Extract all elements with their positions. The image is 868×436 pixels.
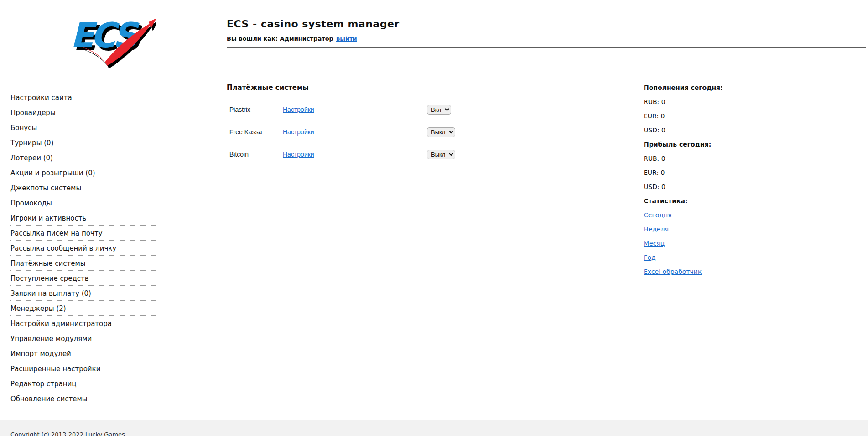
header-divider [227, 47, 866, 48]
sidebar-item-system-update[interactable]: Обновление системы [10, 391, 160, 406]
deposits-today-heading: Пополнения сегодня: [644, 84, 835, 92]
sidebar-item-module-import[interactable]: Импорт модулей [10, 346, 160, 361]
stats-link-month[interactable]: Месяц [644, 240, 665, 247]
sidebar-item-payment-systems[interactable]: Платёжные системы [10, 256, 160, 271]
payment-state-select[interactable]: Выкл [427, 127, 455, 137]
sidebar: Настройки сайта Провайдеры Бонусы Турнир… [10, 90, 160, 406]
logout-link[interactable]: выйти [336, 35, 357, 42]
svg-text:ECS: ECS [70, 15, 140, 56]
stats-link-today[interactable]: Сегодня [644, 211, 672, 219]
stats-link-excel-processor[interactable]: Excel обработчик [644, 268, 702, 276]
profit-today-heading: Прибыль сегодня: [644, 141, 835, 148]
ecs-logo-image: ECS ECS [63, 6, 156, 69]
stats-panel: Пополнения сегодня: RUB: 0 EUR: 0 USD: 0… [644, 84, 835, 282]
sidebar-item-pm-mailing[interactable]: Рассылка сообщений в личку [10, 241, 160, 256]
sidebar-item-tournaments[interactable]: Турниры (0) [10, 135, 160, 150]
sidebar-item-promocodes[interactable]: Промокоды [10, 195, 160, 210]
sidebar-item-managers[interactable]: Менеджеры (2) [10, 301, 160, 316]
profit-eur-value: EUR: 0 [644, 169, 835, 177]
payment-state-select[interactable]: Вкл [427, 105, 451, 115]
statistics-heading: Статистика: [644, 197, 835, 205]
sidebar-content-divider [218, 79, 218, 406]
sidebar-item-email-mailing[interactable]: Рассылка писем на почту [10, 226, 160, 241]
sidebar-item-bonuses[interactable]: Бонусы [10, 120, 160, 135]
stats-link-year[interactable]: Год [644, 254, 656, 262]
deposits-eur-value: EUR: 0 [644, 112, 835, 120]
sidebar-item-site-settings[interactable]: Настройки сайта [10, 90, 160, 105]
page-title: ECS - casino system manager [227, 18, 400, 30]
sidebar-item-admin-settings[interactable]: Настройки администратора [10, 316, 160, 331]
sidebar-item-module-management[interactable]: Управление модулями [10, 331, 160, 346]
sidebar-item-players-activity[interactable]: Игроки и активность [10, 210, 160, 226]
sidebar-item-lotteries[interactable]: Лотереи (0) [10, 150, 160, 165]
logged-in-status: Вы вошли как: Администраторвыйти [227, 35, 357, 42]
sidebar-item-page-editor[interactable]: Редактор страниц [10, 376, 160, 391]
payment-systems-panel: Платёжные системы Piastrix Настройки Вкл… [227, 84, 619, 159]
payment-settings-link[interactable]: Настройки [283, 151, 427, 158]
payment-row-bitcoin: Bitcoin Настройки Выкл [227, 149, 619, 159]
sidebar-item-jackpots[interactable]: Джекпоты системы [10, 180, 160, 195]
profit-rub-value: RUB: 0 [644, 155, 835, 163]
logged-in-as-text: Вы вошли как: Администратор [227, 35, 333, 42]
sidebar-item-payout-requests[interactable]: Заявки на выплату (0) [10, 286, 160, 301]
payment-name: Piastrix [229, 106, 283, 113]
profit-usd-value: USD: 0 [644, 183, 835, 191]
sidebar-item-advanced-settings[interactable]: Расширенные настройки [10, 361, 160, 376]
content-stats-divider [634, 79, 634, 406]
payment-settings-link[interactable]: Настройки [283, 128, 427, 136]
payment-settings-link[interactable]: Настройки [283, 106, 427, 113]
copyright-text: Copyright (c) 2013-2022 Lucky Games [10, 431, 125, 436]
sidebar-item-promotions[interactable]: Акции и розыгрыши (0) [10, 165, 160, 180]
payment-systems-heading: Платёжные системы [227, 84, 619, 92]
payment-row-piastrix: Piastrix Настройки Вкл [227, 105, 619, 115]
footer: Copyright (c) 2013-2022 Lucky Games [0, 420, 868, 436]
ecs-logo[interactable]: ECS ECS [63, 6, 156, 69]
payment-state-select[interactable]: Выкл [427, 150, 455, 159]
page: ECS ECS ECS - casino system manager Вы в… [0, 0, 868, 436]
deposits-rub-value: RUB: 0 [644, 98, 835, 106]
sidebar-item-incoming-funds[interactable]: Поступление средств [10, 271, 160, 286]
payment-name: Free Kassa [229, 128, 283, 136]
stats-link-week[interactable]: Неделя [644, 226, 669, 233]
payment-name: Bitcoin [229, 151, 283, 158]
payment-row-free-kassa: Free Kassa Настройки Выкл [227, 127, 619, 137]
deposits-usd-value: USD: 0 [644, 126, 835, 134]
sidebar-item-providers[interactable]: Провайдеры [10, 105, 160, 120]
